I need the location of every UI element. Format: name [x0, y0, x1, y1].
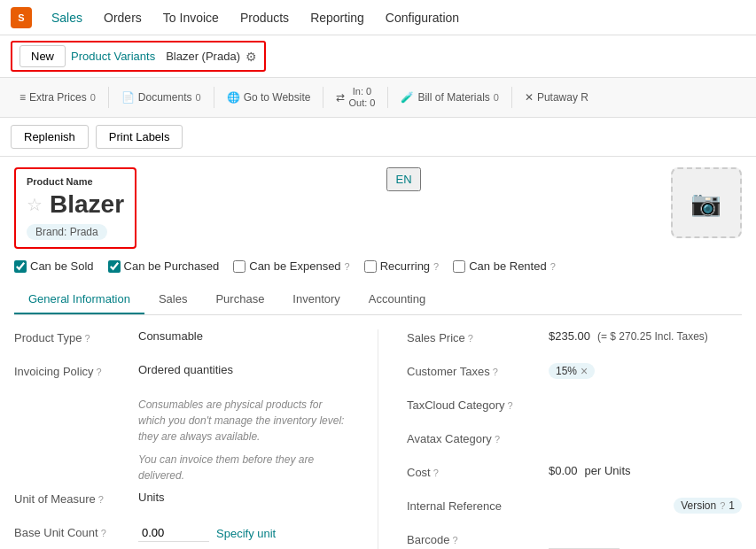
tab-sales[interactable]: Sales: [144, 285, 202, 314]
go-to-website-label: Go to Website: [244, 91, 311, 104]
nav-sales[interactable]: Sales: [43, 7, 91, 28]
nav-products[interactable]: Products: [231, 7, 298, 28]
sales-price-amount[interactable]: $235.00: [549, 329, 590, 343]
camera-icon: 📷: [690, 189, 721, 218]
documents-count: 0: [196, 92, 201, 103]
breadcrumb-link[interactable]: Product Variants: [71, 50, 155, 63]
documents-button[interactable]: 📄 Documents 0: [113, 87, 210, 108]
tax-tag-label: 15%: [556, 365, 577, 377]
can-be-rented-input[interactable]: [453, 260, 465, 273]
can-be-rented-label: Can be Rented: [469, 259, 546, 273]
can-be-sold-input[interactable]: [14, 260, 27, 273]
tab-accounting[interactable]: Accounting: [355, 285, 440, 314]
product-type-help-icon[interactable]: ?: [84, 333, 90, 344]
rented-help-icon[interactable]: ?: [550, 261, 556, 272]
favorite-star-icon[interactable]: ☆: [27, 194, 43, 215]
sales-price-value: $235.00 (= $ 270.25 Incl. Taxes): [549, 329, 742, 343]
recurring-label: Recurring: [380, 259, 430, 273]
nav-configuration[interactable]: Configuration: [377, 7, 468, 28]
can-be-purchased-checkbox[interactable]: Can be Purchased: [108, 259, 220, 273]
recurring-help-icon[interactable]: ?: [433, 261, 439, 272]
cost-help-icon[interactable]: ?: [433, 468, 439, 478]
new-button[interactable]: New: [19, 45, 66, 67]
transfer-icon: ⇄: [336, 91, 345, 104]
breadcrumb-bar: New Product Variants Blazer (Prada) ⚙: [0, 35, 756, 78]
avatax-help-icon[interactable]: ?: [495, 434, 500, 445]
recurring-checkbox[interactable]: Recurring ?: [364, 259, 439, 273]
globe-icon: 🌐: [227, 91, 240, 104]
putaway-button[interactable]: ✕ Putaway R: [516, 87, 597, 108]
product-name-value[interactable]: Blazer: [50, 190, 124, 219]
can-be-rented-checkbox[interactable]: Can be Rented ?: [453, 259, 556, 273]
can-be-expensed-checkbox[interactable]: Can be Expensed ?: [233, 259, 349, 273]
nav-orders[interactable]: Orders: [95, 7, 151, 28]
cost-row: Cost ? $0.00 per Units: [407, 464, 742, 489]
taxcloud-help-icon[interactable]: ?: [508, 400, 513, 411]
invoicing-help-icon[interactable]: ?: [97, 367, 102, 377]
customer-taxes-value: 15% ×: [549, 363, 742, 379]
gear-icon[interactable]: ⚙: [246, 50, 257, 64]
uom-help-icon[interactable]: ?: [98, 494, 104, 505]
base-unit-help-icon[interactable]: ?: [101, 528, 106, 538]
sales-price-label: Sales Price ?: [407, 329, 549, 344]
tab-general-information[interactable]: General Information: [14, 285, 144, 314]
language-button[interactable]: EN: [386, 167, 420, 191]
separator: [214, 87, 214, 108]
cost-label: Cost ?: [407, 464, 549, 479]
product-type-value[interactable]: Consumable: [138, 329, 349, 343]
invoicing-policy-value[interactable]: Ordered quantities: [138, 363, 349, 376]
separator: [323, 87, 323, 108]
form-left-column: Product Type ? Consumable Invoicing Poli…: [14, 329, 349, 549]
bom-count: 0: [494, 92, 499, 103]
specify-unit-link[interactable]: Specify unit: [216, 527, 276, 540]
hint-consumables: Consumables are physical products for wh…: [138, 397, 349, 445]
putaway-label: Putaway R: [537, 91, 588, 104]
tab-purchase[interactable]: Purchase: [201, 285, 278, 314]
base-unit-count-label: Base Unit Count ?: [14, 524, 138, 539]
version-help-icon[interactable]: ?: [720, 500, 725, 511]
recurring-input[interactable]: [364, 260, 377, 273]
internal-reference-label: Internal Reference: [407, 498, 549, 513]
extra-prices-count: 0: [90, 92, 96, 103]
can-be-purchased-input[interactable]: [108, 260, 121, 273]
cost-amount[interactable]: $0.00: [549, 464, 578, 477]
nav-reporting[interactable]: Reporting: [301, 7, 373, 28]
product-header: Product Name ☆ Blazer Brand: Prada EN 📷: [14, 167, 742, 249]
product-name-box: Product Name ☆ Blazer Brand: Prada: [14, 167, 136, 249]
document-icon: 📄: [121, 91, 135, 104]
unit-of-measure-value[interactable]: Units: [138, 491, 349, 504]
replenish-button[interactable]: Replenish: [11, 125, 89, 149]
barcode-help-icon[interactable]: ?: [452, 535, 457, 545]
base-unit-count-row: Base Unit Count ? Specify unit: [14, 524, 349, 549]
can-be-sold-checkbox[interactable]: Can be Sold: [14, 259, 94, 273]
expensed-help-icon[interactable]: ?: [345, 261, 350, 272]
base-unit-count-input[interactable]: [138, 524, 209, 542]
barcode-input[interactable]: [549, 531, 620, 549]
in-out-button[interactable]: ⇄ In: 0 Out: 0: [327, 81, 384, 113]
product-form: Product Name ☆ Blazer Brand: Prada EN 📷 …: [0, 157, 756, 549]
tab-inventory[interactable]: Inventory: [278, 285, 354, 314]
customer-taxes-row: Customer Taxes ? 15% ×: [407, 363, 742, 388]
bill-of-materials-button[interactable]: 🧪 Bill of Materials 0: [392, 87, 507, 108]
product-photo[interactable]: 📷: [671, 167, 742, 238]
product-name-row: ☆ Blazer: [27, 190, 124, 219]
form-content: Product Type ? Consumable Invoicing Poli…: [14, 329, 742, 549]
nav-to-invoice[interactable]: To Invoice: [154, 7, 228, 28]
price-row: $235.00 (= $ 270.25 Incl. Taxes): [549, 329, 742, 343]
extra-prices-button[interactable]: ≡ Extra Prices 0: [11, 87, 105, 108]
separator: [511, 87, 512, 108]
action-bar: ≡ Extra Prices 0 📄 Documents 0 🌐 Go to W…: [0, 78, 756, 118]
separator: [108, 87, 109, 108]
customer-taxes-help-icon[interactable]: ?: [493, 367, 498, 377]
tax-tag-remove[interactable]: ×: [581, 365, 588, 377]
cost-value: $0.00 per Units: [549, 464, 742, 477]
print-labels-button[interactable]: Print Labels: [96, 125, 183, 149]
version-value: 1: [729, 499, 735, 512]
form-tabs: General Information Sales Purchase Inven…: [14, 285, 742, 315]
can-be-expensed-input[interactable]: [233, 260, 246, 273]
brand-badge[interactable]: Brand: Prada: [27, 224, 107, 240]
column-divider: [378, 329, 378, 549]
sales-price-row: Sales Price ? $235.00 (= $ 270.25 Incl. …: [407, 329, 742, 354]
sales-price-help-icon[interactable]: ?: [468, 333, 473, 344]
go-to-website-button[interactable]: 🌐 Go to Website: [218, 87, 320, 108]
